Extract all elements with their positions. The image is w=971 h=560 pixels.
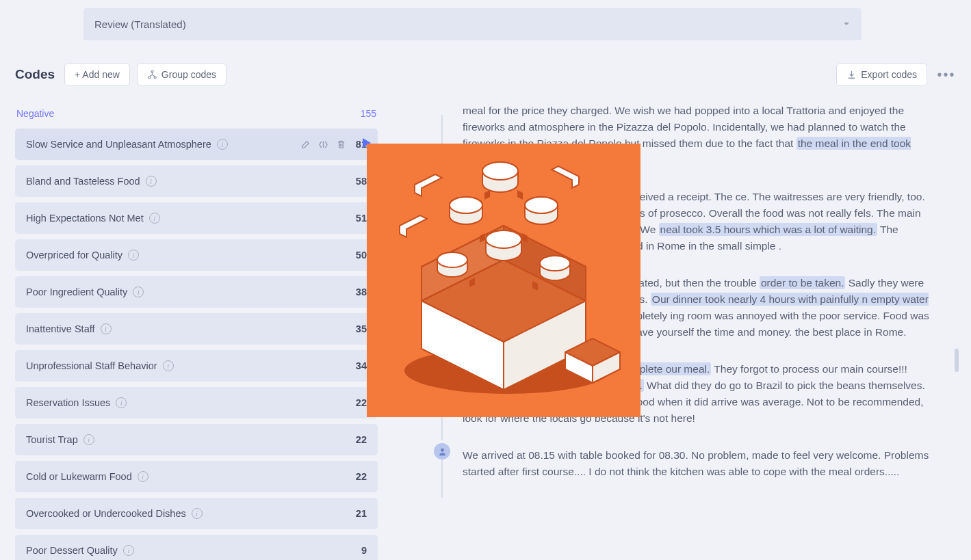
code-name-wrap: Poor Dessert Qualityi: [26, 545, 134, 556]
highlighted-text: order to be taken.: [760, 276, 846, 289]
code-name: Reservation Issues: [26, 397, 110, 408]
code-name-wrap: Reservation Issuesi: [26, 397, 127, 408]
review-text-segment: They forgot to process our main course!!…: [711, 363, 907, 375]
code-name-wrap: Overpriced for Qualityi: [26, 250, 139, 261]
code-name: High Expectations Not Met: [26, 213, 144, 224]
info-icon[interactable]: i: [217, 139, 228, 150]
code-count: 9: [361, 545, 367, 556]
code-item[interactable]: Overcooked or Undercooked Dishesi21: [15, 498, 378, 529]
info-icon[interactable]: i: [149, 213, 160, 224]
export-codes-label: Export codes: [861, 69, 917, 80]
trash-icon[interactable]: [336, 139, 346, 150]
code-item[interactable]: Overpriced for Qualityi50: [15, 239, 378, 271]
user-icon: [438, 447, 447, 456]
code-name: Overpriced for Quality: [26, 250, 122, 261]
code-name-wrap: Bland and Tasteless Foodi: [26, 176, 157, 187]
code-item[interactable]: Tourist Trapi22: [15, 424, 378, 455]
code-name-wrap: Unprofessional Staff Behaviori: [26, 360, 174, 371]
code-actions: [300, 139, 346, 150]
export-codes-button[interactable]: Export codes: [836, 63, 927, 86]
code-item[interactable]: Cold or Lukewarm Foodi22: [15, 461, 378, 492]
code-count: 34: [356, 360, 367, 371]
code-count: 50: [356, 250, 367, 261]
hierarchy-icon: [147, 70, 157, 80]
code-name: Slow Service and Unpleasant Atmosphere: [26, 139, 211, 150]
timeline-line: [441, 459, 443, 498]
codes-list-panel: Negative 155 Slow Service and Unpleasant…: [15, 101, 378, 560]
code-item-right: 22: [356, 471, 367, 482]
code-count: 58: [356, 176, 367, 187]
group-codes-label: Group codes: [161, 69, 216, 80]
info-icon[interactable]: i: [101, 323, 112, 334]
code-item[interactable]: Slow Service and Unpleasant Atmospherei …: [15, 129, 378, 160]
codes-header-buttons: + Add new Group codes: [64, 63, 226, 86]
review-field-selector[interactable]: Review (Translated): [83, 8, 862, 40]
category-count: 155: [361, 108, 376, 119]
group-codes-button[interactable]: Group codes: [137, 63, 226, 86]
info-icon[interactable]: i: [163, 360, 174, 371]
code-item-right: 22: [356, 434, 367, 445]
code-name-wrap: Poor Ingredient Qualityi: [26, 286, 144, 297]
add-new-label: + Add new: [75, 69, 120, 80]
code-count: 21: [356, 508, 367, 519]
svg-point-17: [482, 162, 518, 180]
code-count: 38: [356, 286, 367, 297]
category-header-negative[interactable]: Negative 155: [15, 101, 378, 129]
info-icon[interactable]: i: [133, 286, 144, 297]
code-item-right: 35: [356, 323, 367, 334]
code-name-wrap: Cold or Lukewarm Foodi: [26, 471, 148, 482]
edit-icon[interactable]: [300, 139, 311, 150]
code-name: Unprofessional Staff Behavior: [26, 360, 157, 371]
code-item[interactable]: Poor Ingredient Qualityi38: [15, 276, 378, 308]
code-item[interactable]: Reservation Issuesi22: [15, 387, 378, 418]
review-field-selector-label: Review (Translated): [94, 18, 186, 30]
code-count: 22: [356, 397, 367, 408]
code-item-right: 21: [356, 508, 367, 519]
svg-point-4: [441, 449, 444, 452]
promo-illustration: [367, 144, 640, 417]
isometric-box-illustration: [367, 144, 640, 417]
code-item-right: 58: [356, 176, 367, 187]
add-new-button[interactable]: + Add new: [64, 63, 130, 86]
code-name-wrap: Inattentive Staffi: [26, 323, 112, 334]
code-item-right: 50: [356, 250, 367, 261]
code-item[interactable]: Poor Dessert Qualityi9: [15, 535, 378, 560]
code-item[interactable]: Unprofessional Staff Behaviori34: [15, 350, 378, 382]
code-count: 22: [356, 434, 367, 445]
avatar: [434, 443, 450, 459]
svg-point-0: [151, 70, 153, 72]
info-icon[interactable]: i: [128, 250, 139, 261]
code-item[interactable]: Bland and Tasteless Foodi58: [15, 165, 378, 197]
code-item-right: 22: [356, 397, 367, 408]
code-name-wrap: Tourist Trapi: [26, 434, 94, 445]
svg-point-25: [437, 252, 467, 267]
info-icon[interactable]: i: [192, 508, 203, 519]
code-item-right: 38: [356, 286, 367, 297]
code-name-wrap: Slow Service and Unpleasant Atmospherei: [26, 139, 228, 150]
code-name: Bland and Tasteless Food: [26, 176, 140, 187]
chevron-down-icon: [842, 18, 851, 31]
code-name: Poor Ingredient Quality: [26, 286, 127, 297]
code-count: 22: [356, 471, 367, 482]
category-name: Negative: [16, 108, 54, 119]
review-text-segment: We arrived at 08.15 with table booked fo…: [463, 449, 929, 477]
info-icon[interactable]: i: [138, 471, 148, 482]
code-item[interactable]: Inattentive Staffi35: [15, 313, 378, 345]
code-name: Cold or Lukewarm Food: [26, 471, 132, 482]
codes-container: Slow Service and Unpleasant Atmospherei …: [15, 129, 378, 560]
highlighted-text: neal took 3.5 hours which was a lot of w…: [659, 223, 877, 236]
code-item[interactable]: High Expectations Not Meti51: [15, 202, 378, 234]
info-icon[interactable]: i: [116, 397, 127, 408]
code-name: Poor Dessert Quality: [26, 545, 118, 556]
info-icon[interactable]: i: [123, 545, 134, 556]
info-icon[interactable]: i: [83, 434, 94, 445]
review-item: We arrived at 08.15 with table booked fo…: [419, 440, 950, 487]
split-icon[interactable]: [318, 139, 328, 150]
scrollbar-thumb[interactable]: [955, 349, 959, 372]
more-menu-button[interactable]: •••: [937, 67, 956, 83]
info-icon[interactable]: i: [146, 176, 157, 187]
svg-point-19: [450, 197, 482, 213]
code-count: 51: [356, 213, 367, 224]
code-name-wrap: High Expectations Not Meti: [26, 213, 160, 224]
codes-header-left: Codes + Add new Group codes: [15, 63, 226, 86]
